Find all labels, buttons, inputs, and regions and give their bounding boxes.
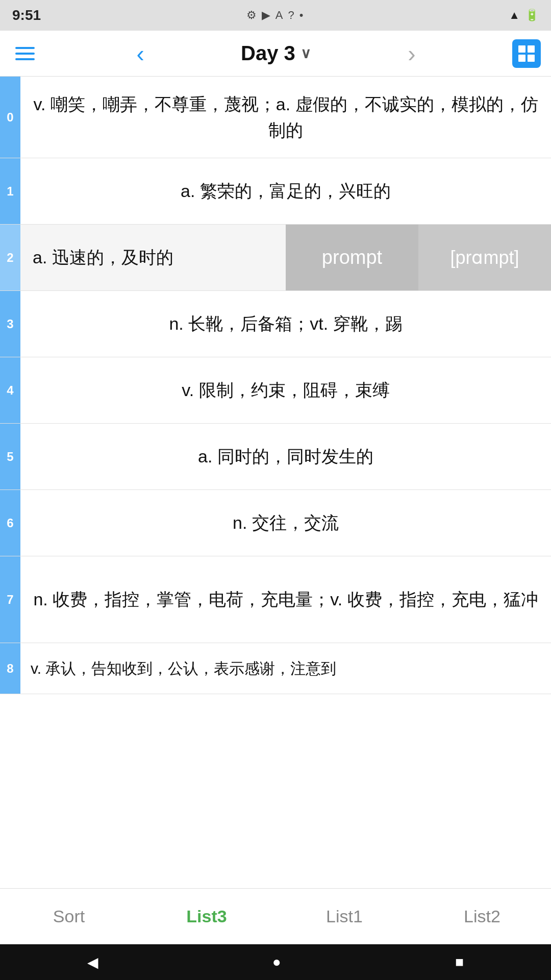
table-row[interactable]: 5 a. 同时的，同时发生的 bbox=[0, 424, 551, 490]
settings-icon: ⚙ bbox=[246, 9, 257, 22]
dot-icon: • bbox=[299, 9, 304, 22]
wifi-icon: ? bbox=[288, 9, 294, 22]
status-time: 9:51 bbox=[12, 7, 41, 23]
row-index-1: 1 bbox=[0, 158, 20, 224]
system-nav-bar: ◀ ● ■ bbox=[0, 944, 551, 980]
status-right-icons: ▲ 🔋 bbox=[509, 9, 539, 22]
text-icon: A bbox=[276, 9, 283, 22]
tab-list2[interactable]: List2 bbox=[413, 889, 551, 944]
table-row[interactable]: 3 n. 长靴，后备箱；vt. 穿靴，踢 bbox=[0, 291, 551, 357]
table-row[interactable]: 0 v. 嘲笑，嘲弄，不尊重，蔑视；a. 虚假的，不诚实的，模拟的，仿制的 bbox=[0, 77, 551, 158]
row-definition-1: a. 繁荣的，富足的，兴旺的 bbox=[20, 166, 551, 216]
status-icons: ⚙ ▶ A ? • bbox=[246, 9, 304, 22]
forward-button[interactable]: › bbox=[399, 42, 423, 65]
tab-list3[interactable]: List3 bbox=[138, 889, 276, 944]
row-index-3: 3 bbox=[0, 291, 20, 357]
svg-rect-1 bbox=[528, 45, 535, 53]
sys-home-button[interactable]: ● bbox=[257, 949, 296, 975]
row-index-5: 5 bbox=[0, 424, 20, 489]
sys-back-button[interactable]: ◀ bbox=[72, 949, 114, 976]
tab-list1[interactable]: List1 bbox=[276, 889, 413, 944]
word-list: 0 v. 嘲笑，嘲弄，不尊重，蔑视；a. 虚假的，不诚实的，模拟的，仿制的 1 … bbox=[0, 77, 551, 888]
table-row[interactable]: 2 a. 迅速的，及时的 prompt [prɑmpt] bbox=[0, 225, 551, 291]
row-definition-3: n. 长靴，后备箱；vt. 穿靴，踢 bbox=[20, 299, 551, 349]
day-title[interactable]: Day 3 ∨ bbox=[241, 42, 311, 65]
table-row[interactable]: 6 n. 交往，交流 bbox=[0, 490, 551, 556]
battery-icon: 🔋 bbox=[525, 9, 539, 22]
table-row[interactable]: 8 v. 承认，告知收到，公认，表示感谢，注意到 bbox=[0, 643, 551, 694]
sys-recent-button[interactable]: ■ bbox=[440, 949, 479, 975]
svg-rect-0 bbox=[518, 45, 525, 53]
row-definition-6: n. 交往，交流 bbox=[20, 498, 551, 548]
grid-view-button[interactable] bbox=[512, 39, 541, 68]
svg-rect-2 bbox=[518, 55, 525, 62]
row-definition-0: v. 嘲笑，嘲弄，不尊重，蔑视；a. 虚假的，不诚实的，模拟的，仿制的 bbox=[20, 79, 551, 156]
nav-bar: ‹ Day 3 ∨ › bbox=[0, 31, 551, 77]
menu-button[interactable] bbox=[10, 42, 40, 65]
tab-sort[interactable]: Sort bbox=[0, 889, 138, 944]
table-row[interactable]: 4 v. 限制，约束，阻碍，束缚 bbox=[0, 357, 551, 424]
row-index-0: 0 bbox=[0, 77, 20, 158]
popup-word-text: prompt bbox=[286, 225, 418, 290]
table-row[interactable]: 1 a. 繁荣的，富足的，兴旺的 bbox=[0, 158, 551, 225]
signal-icon: ▲ bbox=[509, 9, 520, 22]
row-index-2: 2 bbox=[0, 225, 20, 290]
title-chevron-icon: ∨ bbox=[300, 45, 311, 62]
row-definition-7: n. 收费，指控，掌管，电荷，充电量；v. 收费，指控，充电，猛冲 bbox=[20, 574, 551, 625]
row-index-8: 8 bbox=[0, 643, 20, 694]
status-bar: 9:51 ⚙ ▶ A ? • ▲ 🔋 bbox=[0, 0, 551, 31]
row-index-7: 7 bbox=[0, 556, 20, 643]
day-title-text: Day 3 bbox=[241, 42, 295, 65]
row-index-6: 6 bbox=[0, 490, 20, 556]
bottom-tab-bar: Sort List3 List1 List2 bbox=[0, 888, 551, 944]
row-definition-8: v. 承认，告知收到，公认，表示感谢，注意到 bbox=[20, 645, 551, 692]
popup-phonetic-text: [prɑmpt] bbox=[418, 225, 551, 290]
row-index-4: 4 bbox=[0, 357, 20, 423]
word-popup[interactable]: prompt [prɑmpt] bbox=[286, 225, 551, 290]
row-definition-4: v. 限制，约束，阻碍，束缚 bbox=[20, 365, 551, 415]
row-definition-5: a. 同时的，同时发生的 bbox=[20, 431, 551, 482]
play-icon: ▶ bbox=[262, 9, 270, 22]
svg-rect-3 bbox=[528, 55, 535, 62]
table-row[interactable]: 7 n. 收费，指控，掌管，电荷，充电量；v. 收费，指控，充电，猛冲 bbox=[0, 556, 551, 643]
back-button[interactable]: ‹ bbox=[128, 42, 152, 65]
